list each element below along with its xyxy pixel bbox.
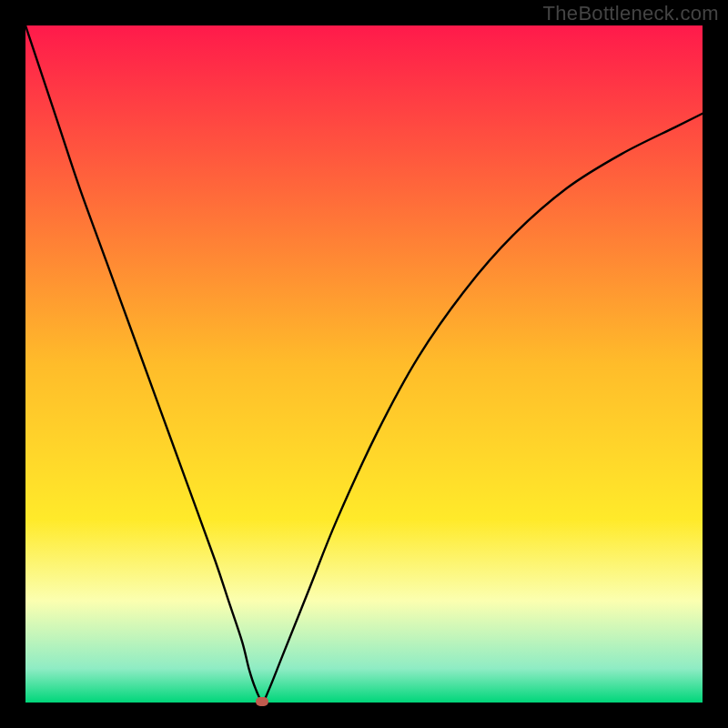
bottleneck-marker: [256, 697, 268, 706]
chart-frame: TheBottleneck.com: [0, 0, 728, 728]
watermark-text: TheBottleneck.com: [543, 2, 719, 25]
chart-plot-area: [25, 25, 703, 703]
chart-background: [25, 25, 703, 703]
chart-svg: [25, 25, 703, 703]
